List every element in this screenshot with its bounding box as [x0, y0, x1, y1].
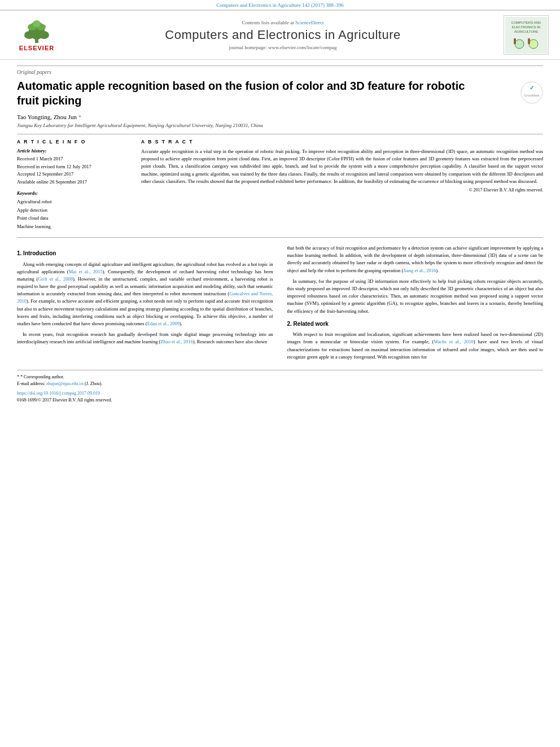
journal-header: ELSEVIER Contents lists available at Sci…	[0, 10, 560, 60]
article-history-label: Article history:	[17, 148, 130, 154]
ref-mai-2015[interactable]: Mai et al., 2015	[69, 269, 103, 274]
journal-logo-right: COMPUTERS AND ELECTRONICS IN AGRICULTURE	[504, 15, 549, 55]
keywords-section: Keywords: Agricultural robot Apple detec…	[17, 190, 130, 230]
ref-wachs-2010[interactable]: Wachs et al., 2010	[434, 339, 473, 344]
svg-text:COMPUTERS AND: COMPUTERS AND	[511, 21, 541, 24]
article-info-column: A R T I C L E I N F O Article history: R…	[17, 139, 130, 230]
journal-reference-text: Computers and Electronics in Agriculture…	[216, 2, 344, 8]
authors-line: Tao Yongting, Zhou Jun *	[17, 113, 543, 120]
corresponding-author-note: * * Corresponding author.	[17, 374, 543, 381]
article-info-label: A R T I C L E I N F O	[17, 139, 130, 145]
svg-text:✓: ✓	[530, 85, 534, 91]
keyword-3: Point cloud data	[17, 214, 130, 222]
svg-rect-14	[528, 38, 530, 44]
body-divider	[17, 237, 543, 238]
accepted-date: Accepted 12 September 2017	[17, 171, 130, 178]
elsevier-logo-area: ELSEVIER	[11, 19, 62, 51]
email-link[interactable]: zhujun@njau.edu.cn	[46, 381, 84, 386]
body-two-col: 1. Introduction Along with emerging conc…	[17, 244, 543, 364]
body-col-right: that both the accuracy of fruit recognit…	[287, 244, 544, 364]
journal-homepage: journal homepage: www.elsevier.com/locat…	[62, 45, 504, 50]
elsevier-tree-icon	[20, 19, 54, 45]
elsevier-brand-text: ELSEVIER	[19, 45, 54, 51]
journal-cover-icon: COMPUTERS AND ELECTRONICS IN AGRICULTURE	[505, 17, 548, 54]
svg-point-6	[33, 20, 41, 27]
abstract-text: Accurate apple recognition is a vital st…	[141, 148, 543, 185]
related-paragraph-1: With respect to fruit recognition and lo…	[287, 331, 544, 361]
footer-section: * * Corresponding author. E-mail address…	[17, 370, 543, 404]
svg-text:ELECTRONICS IN: ELECTRONICS IN	[511, 25, 540, 29]
available-date: Available online 26 September 2017	[17, 178, 130, 186]
main-content: Original papers Automatic apple recognit…	[0, 60, 560, 415]
keywords-label: Keywords:	[17, 190, 130, 196]
keyword-2: Apple detection	[17, 206, 130, 214]
svg-rect-13	[514, 38, 516, 44]
intro-heading: 1. Introduction	[17, 249, 273, 258]
received-revised-date: Received in revised form 12 July 2017	[17, 163, 130, 171]
journal-title: Computers and Electronics in Agriculture	[62, 28, 504, 42]
keyword-4: Machine learning	[17, 222, 130, 230]
keyword-1: Agricultural robot	[17, 198, 130, 206]
paper-title: Automatic apple recognition based on the…	[17, 78, 480, 108]
related-work-heading: 2. Related work	[287, 320, 544, 329]
svg-point-2	[24, 31, 34, 39]
col2-paragraph-2: In summary, for the purpose of using 3D …	[287, 278, 544, 315]
svg-point-11	[515, 40, 524, 49]
author-name: Tao Yongting, Zhou Jun	[17, 113, 77, 120]
email-label: E-mail address:	[17, 381, 45, 386]
ref-grift-2008[interactable]: Grift et al., 2008	[38, 276, 73, 282]
article-info-abstract-section: A R T I C L E I N F O Article history: R…	[17, 134, 543, 230]
abstract-column: A B S T R A C T Accurate apple recogniti…	[141, 139, 543, 230]
affiliation-text: Jiangsu Key Laboratory for Intelligent A…	[17, 123, 543, 128]
copyright-text: © 2017 Elsevier B.V. All rights reserved…	[141, 187, 543, 193]
page-wrapper: Computers and Electronics in Agriculture…	[0, 0, 560, 415]
crossmark-icon: ✓ CrossMark	[520, 81, 543, 104]
ref-edan-2009[interactable]: Edan et al., 2009	[147, 321, 180, 326]
received-date: Received 1 March 2017	[17, 155, 130, 163]
issn-text: 0168-1699/© 2017 Elsevier B.V. All right…	[17, 397, 543, 404]
svg-text:CrossMark: CrossMark	[524, 94, 540, 97]
email-note: E-mail address: zhujun@njau.edu.cn (J. Z…	[17, 381, 543, 387]
ref-goncalves-2010[interactable]: Goncalves and Torres, 2010	[17, 291, 273, 304]
journal-reference-bar: Computers and Electronics in Agriculture…	[0, 0, 560, 10]
ref-jiang-2016[interactable]: Jiang et al., 2016	[403, 268, 436, 273]
corresponding-marker: *	[78, 113, 82, 120]
sciencedirect-link[interactable]: ScienceDirect	[295, 20, 323, 25]
contents-label: Contents lists available at	[242, 20, 294, 25]
section-type-label: Original papers	[17, 65, 543, 75]
crossmark-badge: ✓ CrossMark	[520, 81, 543, 104]
contents-line: Contents lists available at ScienceDirec…	[62, 20, 504, 25]
intro-paragraph-2: In recent years, fruit recognition resea…	[17, 331, 273, 346]
body-col-left: 1. Introduction Along with emerging conc…	[17, 244, 273, 364]
ref-zhao-2016[interactable]: Zhao et al., 2016	[160, 339, 193, 344]
doi-link[interactable]: https://doi.org/10.1016/j.compag.2017.09…	[17, 391, 100, 396]
svg-point-3	[39, 31, 49, 39]
email-person: (J. Zhou).	[85, 381, 102, 386]
col2-paragraph-1: that both the accuracy of fruit recognit…	[287, 244, 544, 274]
corresponding-label: * Corresponding author.	[20, 374, 64, 379]
intro-paragraph-1: Along with emerging concepts of digital …	[17, 261, 273, 328]
abstract-label: A B S T R A C T	[141, 139, 543, 145]
journal-header-center: Contents lists available at ScienceDirec…	[62, 20, 504, 50]
svg-point-12	[529, 40, 538, 49]
svg-text:AGRICULTURE: AGRICULTURE	[514, 30, 538, 33]
